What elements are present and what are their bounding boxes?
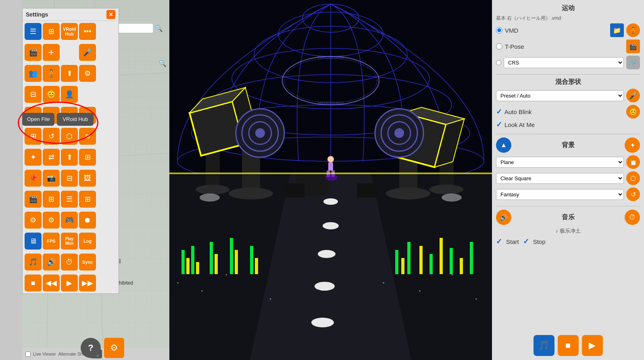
floor-button[interactable]: ⊞ <box>25 128 42 145</box>
image-button[interactable]: 🖼 <box>79 170 96 187</box>
sync-button[interactable]: Sync <box>79 254 96 271</box>
people-button[interactable]: 👥 <box>25 65 42 82</box>
settings-bottom-button[interactable]: ⚙ <box>104 338 124 358</box>
search-button[interactable]: 🔍 <box>155 25 163 32</box>
bg-sparkle-button[interactable]: ✦ <box>625 137 640 153</box>
record-button[interactable]: ⏺ <box>79 212 96 229</box>
plane-dropdown[interactable]: Plane <box>496 157 624 168</box>
crs-radio[interactable] <box>496 60 501 65</box>
smiley-button[interactable]: 😊 <box>43 86 60 103</box>
timer-button[interactable]: ⏱ <box>61 254 78 271</box>
clear-square-shape-button[interactable]: ⬡ <box>626 171 640 185</box>
svg-point-80 <box>442 194 462 202</box>
transport-play-button[interactable]: ▶ <box>582 335 603 356</box>
upload-button[interactable]: ⬆ <box>61 149 78 166</box>
pin-button[interactable]: 📌 <box>25 170 42 187</box>
alternate-show-checkbox[interactable] <box>25 352 31 357</box>
settings-cog-button[interactable]: ⚙ <box>79 65 96 82</box>
look-at-me-row: ✓ Look At Me <box>496 120 640 129</box>
adjust-button[interactable]: ⇄ <box>43 149 60 166</box>
motion-subtitle: 基本 右（ハイヒール用）.vmd <box>496 15 640 22</box>
person-up-button[interactable]: 🧍 <box>43 65 60 82</box>
crs-link-button[interactable]: 🔗 <box>626 56 640 69</box>
gear2-button[interactable]: ⚙ <box>43 212 60 229</box>
fantasy-dropdown[interactable]: Fantasy <box>496 189 624 200</box>
vroid-hub-button[interactable]: VRoid Hub <box>57 113 94 126</box>
transport-stop-button[interactable]: ■ <box>558 335 579 356</box>
grid5-button[interactable]: ⊞ <box>43 191 60 208</box>
svg-rect-26 <box>235 250 238 274</box>
tpose-video-button[interactable]: 🎬 <box>626 40 640 53</box>
open-file-button[interactable]: Open File <box>22 113 54 126</box>
vmd-folder-button[interactable]: 📁 <box>610 23 624 37</box>
stop-button[interactable]: ■ <box>25 275 42 291</box>
person-add-button[interactable]: 👤 <box>61 86 78 103</box>
vmd-radio[interactable] <box>496 27 502 33</box>
grid3-button[interactable]: ⊞ <box>79 149 96 166</box>
svg-point-17 <box>315 282 335 291</box>
svg-point-18 <box>311 318 334 327</box>
search2-button[interactable]: 🔍 <box>158 60 167 67</box>
svg-rect-32 <box>419 246 423 274</box>
monitor-button[interactable]: 🖥 <box>25 233 42 250</box>
sparkle-button[interactable]: ✦ <box>25 149 42 166</box>
blend-mic-button[interactable]: 🎤 <box>626 89 640 102</box>
camera-film-button[interactable]: 🎬 <box>25 44 42 61</box>
vmd-person-button[interactable]: 🧍 <box>626 23 640 37</box>
clear-square-dropdown[interactable]: Clear Square <box>496 173 624 184</box>
transport-controls: 🎵 ■ ▶ <box>496 335 640 356</box>
grid4-button[interactable]: ⊟ <box>61 170 78 187</box>
video-button[interactable]: 🎬 <box>25 191 42 208</box>
bg-mountain-icon[interactable]: ▲ <box>496 137 511 153</box>
log-button[interactable]: Log <box>79 233 96 250</box>
motion-title: 运动 <box>496 4 640 12</box>
camera-button[interactable]: 📸 <box>43 170 60 187</box>
fps-button[interactable]: FPS <box>43 233 60 250</box>
blend-title: 混合形状 <box>496 78 640 86</box>
svg-rect-28 <box>255 258 258 274</box>
rotate360-button[interactable]: ↺ <box>43 128 60 145</box>
stop-label: Stop <box>533 238 546 245</box>
preset-auto-dropdown[interactable]: Preset / Auto <box>496 90 624 101</box>
crs-dropdown[interactable]: CRS <box>504 57 624 68</box>
svg-rect-71 <box>284 183 304 198</box>
plus-button[interactable]: + <box>43 44 60 61</box>
next-button[interactable]: ▶▶ <box>79 275 96 291</box>
bg-title: 背景 <box>515 141 621 150</box>
grid2-button[interactable]: ⊟ <box>25 86 42 103</box>
playlist-button[interactable]: 🎵 <box>25 254 42 271</box>
music-volume-icon[interactable]: 🔊 <box>496 210 511 225</box>
tpose-radio[interactable] <box>496 43 502 50</box>
settings-titlebar: Settings ✕ <box>23 8 119 21</box>
transport-playlist-button[interactable]: 🎵 <box>534 335 554 356</box>
gear-button[interactable]: ⚙ <box>25 212 42 229</box>
plane-cube-button[interactable]: ◼ <box>626 155 640 169</box>
prev-button[interactable]: ◀◀ <box>43 275 60 291</box>
play-mon-button[interactable]: Play Mon <box>61 233 78 250</box>
svg-rect-35 <box>450 248 453 274</box>
background-section: ▲ 背景 ✦ Plane ◼ Clear Square ⬡ Fantasy ↺ <box>496 137 640 201</box>
svg-rect-19 <box>181 250 185 274</box>
music-timer-icon[interactable]: ⏱ <box>625 210 640 225</box>
grid-view-button[interactable]: ⊞ <box>43 23 60 40</box>
list-view-button[interactable]: ☰ <box>25 23 42 40</box>
arrows-button[interactable]: ⬆ <box>61 65 78 82</box>
fantasy-row: Fantasy ↺ <box>496 187 640 201</box>
left-panel: _tradisional 征许可 thor 的权限范围 oution Prohi… <box>0 0 169 360</box>
mic-off-button[interactable]: 🎤 <box>79 44 96 61</box>
more-button-1[interactable]: ••• <box>79 23 96 40</box>
fantasy-rotate-button[interactable]: ↺ <box>626 187 640 201</box>
help-button[interactable]: ? <box>81 338 101 358</box>
settings-close-button[interactable]: ✕ <box>106 10 115 19</box>
vroid-hub-icon-button[interactable]: VRoidHub <box>61 23 78 40</box>
shape-button[interactable]: ⬡ <box>61 128 78 145</box>
auto-blink-icon[interactable]: 😊 <box>626 105 640 119</box>
grid6-button[interactable]: ⊞ <box>79 191 96 208</box>
list2-button[interactable]: ☰ <box>61 191 78 208</box>
volume-button[interactable]: 🔊 <box>43 254 60 271</box>
play-button[interactable]: ▶ <box>61 275 78 291</box>
waves-button[interactable]: ≋ <box>79 128 96 145</box>
svg-rect-24 <box>215 254 218 274</box>
gamepad-button[interactable]: 🎮 <box>61 212 78 229</box>
svg-rect-33 <box>429 254 433 274</box>
